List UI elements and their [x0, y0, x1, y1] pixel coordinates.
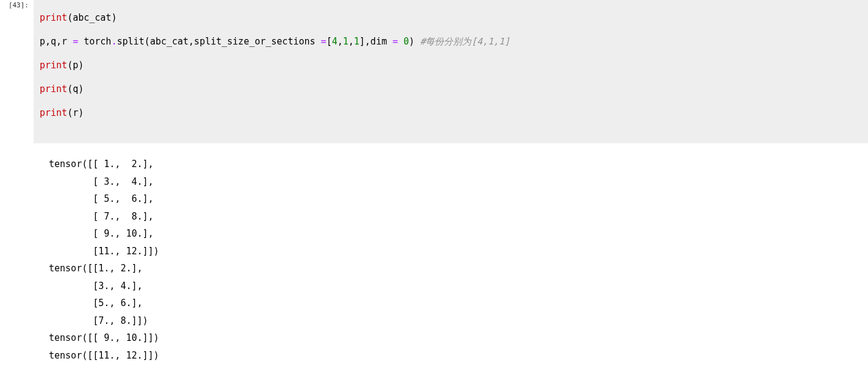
token-arg: p — [73, 60, 78, 71]
token-print: print — [40, 60, 67, 71]
token-close-paren: ) — [78, 107, 84, 118]
code-input-area[interactable]: print(abc_cat) p,q,r = torch.split(abc_c… — [34, 0, 868, 143]
token-close-paren: ) — [78, 84, 84, 95]
token-close-paren: ) — [111, 12, 117, 23]
token-open-paren: ( — [67, 12, 73, 23]
token-print: print — [40, 84, 67, 95]
token-sp3 — [414, 36, 420, 47]
token-print: print — [40, 12, 67, 23]
token-close: ) — [409, 36, 414, 47]
prompt-label: [43]: — [9, 1, 29, 9]
token-open: ( — [145, 36, 150, 47]
token-eq2: = — [321, 36, 327, 47]
output-cell: tensor([[ 1., 2.], [ 3., 4.], [ 5., 6.],… — [0, 143, 868, 370]
token-dim: ,dim — [365, 36, 392, 47]
token-bracket-close: ] — [360, 36, 365, 47]
token-num-0: 0 — [403, 36, 409, 47]
token-open-paren: ( — [67, 60, 73, 71]
token-comma: , — [349, 36, 354, 47]
token-torch: torch — [78, 36, 111, 47]
token-comma: , — [338, 36, 343, 47]
token-open-paren: ( — [67, 107, 73, 118]
token-num-1b: 1 — [354, 36, 360, 47]
output-prompt — [0, 143, 34, 370]
code-line-3: print(p) — [40, 54, 862, 77]
token-arg1: abc_cat,split_size_or_sections — [150, 36, 321, 47]
token-eq3: = — [392, 36, 398, 47]
code-line-2: p,q,r = torch.split(abc_cat,split_size_o… — [40, 30, 862, 54]
token-arg: q — [73, 84, 78, 95]
token-lhs: p,q,r — [40, 36, 73, 47]
code-line-1: print(abc_cat) — [40, 6, 862, 30]
token-num-4: 4 — [332, 36, 338, 47]
code-line-5: print(r) — [40, 101, 862, 125]
token-sp — [398, 36, 403, 47]
token-eq: = — [73, 36, 78, 47]
code-line-4: print(q) — [40, 77, 862, 101]
token-comment: #每份分别为[4,1,1] — [420, 36, 510, 47]
token-close-paren: ) — [78, 60, 84, 71]
cell-prompt: [43]: — [0, 0, 34, 143]
token-num-1a: 1 — [343, 36, 349, 47]
token-arg: abc_cat — [73, 12, 111, 23]
token-split: split — [117, 36, 144, 47]
token-open-paren: ( — [67, 84, 73, 95]
token-print: print — [40, 107, 67, 118]
input-cell: [43]: print(abc_cat) p,q,r = torch.split… — [0, 0, 868, 143]
token-arg: r — [73, 107, 78, 118]
cell-output: tensor([[ 1., 2.], [ 3., 4.], [ 5., 6.],… — [34, 143, 868, 370]
token-bracket-open: [ — [327, 36, 332, 47]
